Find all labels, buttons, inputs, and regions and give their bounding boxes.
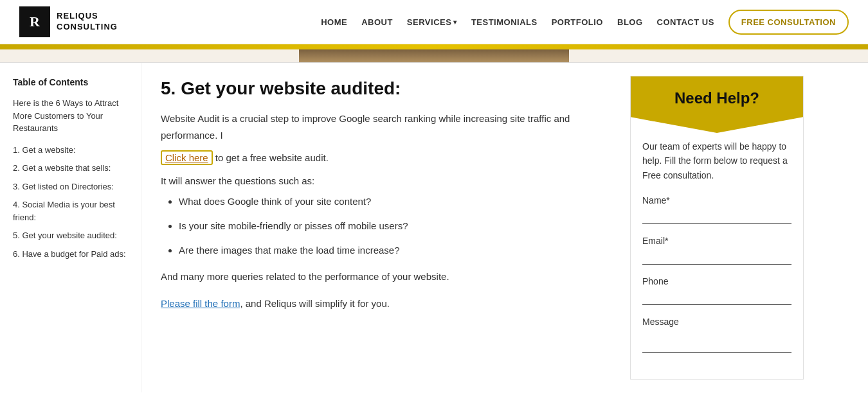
nav-contact[interactable]: CONTACT US: [657, 17, 714, 27]
image-strip: [0, 49, 868, 63]
logo[interactable]: R Reliqus Consulting: [19, 6, 118, 37]
phone-input[interactable]: [642, 289, 791, 305]
header: R Reliqus Consulting HOME ABOUT SERVICES…: [0, 0, 868, 44]
logo-text: Reliqus Consulting: [57, 11, 118, 33]
need-help-box: Need Help? Our team of experts will be h…: [630, 76, 804, 380]
nav-services[interactable]: SERVICES ▾: [407, 17, 457, 27]
form-name-field: Name*: [642, 195, 791, 224]
toc-item-2[interactable]: 2. Get a website that sells:: [13, 162, 131, 175]
toc-item-6[interactable]: 6. Have a budget for Paid ads:: [13, 248, 131, 261]
bullet-item-1: What does Google think of your site cont…: [179, 194, 611, 209]
name-label: Name*: [642, 195, 791, 206]
toc-title: Table of Contents: [13, 76, 131, 89]
email-label: Email*: [642, 236, 791, 246]
bullet-list: What does Google think of your site cont…: [179, 194, 611, 258]
toc-item-1[interactable]: 1. Get a website:: [13, 144, 131, 157]
logo-icon: R: [19, 6, 50, 37]
email-input[interactable]: [642, 249, 791, 265]
paragraph-3: Please fill the form, and Reliqus will s…: [161, 295, 611, 312]
toc-item-3[interactable]: 3. Get listed on Directories:: [13, 180, 131, 193]
please-fill-form-link[interactable]: Please fill the form: [161, 298, 240, 309]
toc-intro: Here is the 6 Ways to Attract More Custo…: [13, 97, 131, 135]
nav-about[interactable]: ABOUT: [361, 17, 393, 27]
toc-item-4[interactable]: 4. Social Media is your best friend:: [13, 198, 131, 223]
need-help-body: Our team of experts will be happy to hel…: [631, 133, 803, 379]
main-container: Table of Contents Here is the 6 Ways to …: [0, 63, 868, 392]
paragraph-2: And many more queries related to the per…: [161, 268, 611, 285]
right-panel: Need Help? Our team of experts will be h…: [630, 63, 817, 392]
toc-item-5[interactable]: 5. Get your website audited:: [13, 229, 131, 242]
nav-testimonials[interactable]: TESTIMONIALS: [471, 17, 538, 27]
form-email-field: Email*: [642, 236, 791, 265]
need-help-header: Need Help?: [631, 76, 803, 133]
it-will-text: It will answer the questions such as:: [161, 173, 611, 189]
nav-blog[interactable]: BLOG: [617, 17, 643, 27]
message-input[interactable]: [642, 329, 791, 353]
paragraph-1: Website Audit is a crucial step to impro…: [161, 110, 611, 143]
message-label: Message: [642, 317, 791, 327]
bullet-item-3: Are there images that make the load time…: [179, 243, 611, 258]
main-content: 5. Get your website audited: Website Aud…: [141, 63, 630, 392]
main-nav: HOME ABOUT SERVICES ▾ TESTIMONIALS PORTF…: [321, 10, 849, 35]
form-message-field: Message: [642, 317, 791, 354]
need-help-description: Our team of experts will be happy to hel…: [642, 139, 791, 182]
chevron-down-icon: ▾: [453, 19, 457, 26]
nav-home[interactable]: HOME: [321, 17, 347, 27]
need-help-title: Need Help?: [674, 89, 759, 107]
form-phone-field: Phone: [642, 276, 791, 305]
section-title: 5. Get your website audited:: [161, 78, 611, 99]
paragraph-click-here: Click here to get a free website audit.: [161, 150, 611, 166]
free-consultation-button[interactable]: FREE CONSULTATION: [728, 10, 849, 35]
gold-bar: [0, 44, 868, 49]
hero-image-partial: [299, 49, 569, 62]
sidebar: Table of Contents Here is the 6 Ways to …: [0, 63, 141, 392]
nav-portfolio[interactable]: PORTFOLIO: [552, 17, 603, 27]
phone-label: Phone: [642, 276, 791, 286]
click-here-link[interactable]: Click here: [161, 150, 213, 165]
bullet-item-2: Is your site mobile-friendly or pisses o…: [179, 218, 611, 234]
name-input[interactable]: [642, 208, 791, 224]
